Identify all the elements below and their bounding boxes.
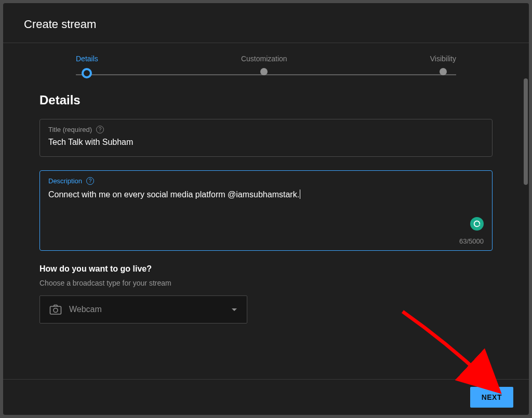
- step-details[interactable]: Details: [76, 55, 98, 78]
- chevron-down-icon: [231, 305, 237, 314]
- description-label: Description: [48, 177, 82, 185]
- title-label: Title (required): [48, 126, 92, 133]
- title-input[interactable]: Tech Talk with Subham: [48, 138, 484, 147]
- step-dot: [440, 68, 447, 75]
- modal-header: Create stream: [3, 3, 529, 43]
- broadcast-question: How do you want to go live?: [39, 264, 493, 274]
- next-button[interactable]: NEXT: [470, 387, 513, 408]
- title-field[interactable]: Title (required) ? Tech Talk with Subham: [39, 119, 493, 157]
- step-label: Customization: [241, 55, 287, 63]
- broadcast-selected: Webcam: [69, 305, 224, 314]
- svg-point-1: [54, 308, 58, 313]
- broadcast-subtext: Choose a broadcast type for your stream: [39, 279, 493, 287]
- grammarly-icon[interactable]: [470, 217, 484, 231]
- step-dot: [260, 68, 268, 75]
- step-label: Visibility: [430, 55, 456, 63]
- help-icon[interactable]: ?: [86, 177, 94, 185]
- description-field[interactable]: Description ? Connect with me on every s…: [39, 170, 493, 251]
- step-customization[interactable]: Customization: [241, 55, 287, 75]
- description-input[interactable]: Connect with me on every social media pl…: [48, 189, 484, 241]
- content-area: Details Title (required) ? Tech Talk wit…: [3, 78, 529, 379]
- broadcast-section: How do you want to go live? Choose a bro…: [39, 264, 493, 323]
- broadcast-type-select[interactable]: Webcam: [39, 295, 247, 323]
- help-icon[interactable]: ?: [96, 126, 104, 133]
- svg-rect-0: [50, 306, 61, 314]
- modal-title: Create stream: [24, 18, 508, 31]
- description-label-row: Description ?: [48, 177, 484, 185]
- section-heading-details: Details: [39, 93, 493, 107]
- create-stream-modal: Create stream Details Customization Visi…: [3, 3, 529, 415]
- modal-footer: NEXT: [3, 379, 529, 415]
- char-count: 63/5000: [459, 237, 484, 245]
- description-value-text: Connect with me on every social media pl…: [48, 190, 299, 199]
- step-label: Details: [76, 55, 98, 63]
- title-label-row: Title (required) ?: [48, 126, 484, 133]
- scrollbar-thumb[interactable]: [524, 78, 528, 185]
- text-cursor: [300, 190, 300, 199]
- camera-icon: [49, 304, 62, 315]
- step-dot-active: [82, 68, 92, 78]
- step-visibility[interactable]: Visibility: [430, 55, 456, 75]
- stepper: Details Customization Visibility: [3, 43, 529, 78]
